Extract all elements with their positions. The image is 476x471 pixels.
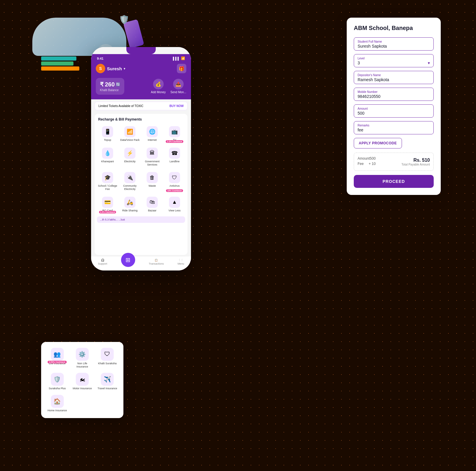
proceed-button[interactable]: PROCEED — [354, 175, 434, 188]
apply-promocode-button[interactable]: APPLY PROMOCODE — [354, 138, 402, 148]
motor-insurance-item[interactable]: 🏍 Motor Insurance — [71, 372, 93, 391]
add-money-button[interactable]: 💰 Add Money — [151, 79, 166, 94]
service-grid-row4: 💳 RC Card 1.3% Cashback 🛵 Ride Sharing 🛍… — [97, 195, 185, 214]
bazaar-icon: 🛍 — [147, 197, 158, 208]
data-voice-icon: 📶 — [124, 126, 135, 137]
non-life-insurance-item[interactable]: ⚙️ Non Life Insurance — [71, 347, 93, 370]
home-insurance-item[interactable]: 🏠 Home Insurance — [46, 394, 68, 413]
recharge-title: Recharge & Bill Payments — [97, 117, 185, 121]
landline-icon: ☎ — [169, 148, 180, 159]
wifi-icon: 📶 — [181, 56, 185, 60]
user-name: Suresh — [107, 66, 122, 71]
nav-menu[interactable]: ⋮⋮ Menu — [177, 259, 184, 267]
khalti-suraksha-label: Khalti Suraksha — [98, 362, 117, 365]
student-name-field[interactable]: Student Full Name Suresh Sapkota — [354, 37, 434, 51]
transactions-label: Transactions — [149, 262, 164, 265]
government-icon: 🏛 — [147, 148, 158, 159]
khalti-suraksha-icon: 🛡 — [101, 348, 114, 361]
illus-shield: 🛡️ — [119, 15, 129, 24]
amount-row: Amount 500 — [358, 156, 376, 161]
scan-pay-button[interactable]: ⊞ — [121, 253, 135, 267]
service-internet[interactable]: 🌐 Internet — [142, 124, 163, 143]
service-khanepani[interactable]: 💧 Khanepani — [97, 146, 118, 168]
tv-cashback-badge: 1-2% Cashback — [166, 140, 183, 143]
service-waste[interactable]: 🗑 Waste — [142, 170, 163, 193]
level-value: 3 — [358, 61, 360, 65]
fee-row-label: Fee — [358, 162, 364, 166]
travel-insurance-item[interactable]: ✈️ Travel Insurance — [96, 372, 119, 391]
user-info[interactable]: S Suresh ▾ — [96, 64, 125, 73]
suraksha-plus-label: Suraksha Plus — [49, 387, 66, 390]
topup-icon: 📱 — [102, 126, 113, 137]
service-grid-row1: 📱 Topup 📶 Data/Voice Pack 🌐 Internet 📺 T… — [97, 124, 185, 143]
service-tv[interactable]: 📺 TV 1-2% Cashback — [164, 124, 185, 143]
status-bar: 9:41 ▌▌▌ 📶 — [91, 54, 191, 61]
bottom-nav: 🎧 Support ⊞ 📋 Transactions ⋮⋮ Menu — [91, 256, 191, 270]
home-insurance-icon: 🏠 — [51, 395, 64, 408]
nav-support[interactable]: 🎧 Support — [98, 259, 107, 267]
service-bazaar[interactable]: 🛍 Bazaar — [142, 195, 163, 214]
travel-insurance-icon: ✈️ — [101, 373, 114, 386]
level-select[interactable]: 3 ▾ — [358, 61, 430, 65]
send-money-button[interactable]: 📤 Send Mon... — [170, 79, 186, 94]
government-label: Government Services — [142, 160, 162, 166]
service-landline[interactable]: ☎ Landline — [164, 146, 185, 168]
level-label: Level — [358, 57, 430, 60]
service-data-voice[interactable]: 📶 Data/Voice Pack — [119, 124, 140, 143]
service-topup[interactable]: 📱 Topup — [97, 124, 118, 143]
gift-icon[interactable]: 🎁 — [177, 64, 186, 73]
avatar: S — [96, 64, 105, 73]
balance-value: 260 — [105, 81, 115, 88]
service-school-fee[interactable]: 🎓 School / College Fee — [97, 170, 118, 193]
data-voice-label: Data/Voice Pack — [120, 138, 140, 142]
non-life-insurance-icon: ⚙️ — [76, 348, 89, 361]
balance-amount: ₹ 260 🔄 — [100, 81, 120, 88]
electricity-icon: ⚡ — [124, 148, 135, 159]
antivirus-icon: 🛡 — [169, 172, 180, 183]
remarks-value: fee — [358, 128, 430, 132]
service-community-electricity[interactable]: 🔌 Community Electricity — [119, 170, 140, 193]
depositor-name-field[interactable]: Depositor's Name Ramesh Sapkota — [354, 71, 434, 84]
amount-row-value: 500 — [370, 156, 376, 161]
nav-transactions[interactable]: 📋 Transactions — [149, 259, 164, 267]
rc-card-icon: 💳 — [102, 197, 113, 208]
khalti-suraksha-item[interactable]: 🛡 Khalti Suraksha — [96, 347, 119, 370]
phone-header: S Suresh ▾ 🎁 — [91, 61, 191, 78]
student-name-label: Student Full Name — [358, 40, 430, 43]
bazaar-label: Bazaar — [148, 209, 157, 212]
buy-now-button[interactable]: BUY NOW — [170, 104, 184, 108]
fee-form-card: ABM School, Banepa Student Full Name Sur… — [347, 18, 441, 195]
balance-label: Khalti Balance — [100, 88, 120, 92]
antivirus-label: Antivirus — [170, 184, 180, 188]
info-text: ...th 5.3 lakhs... ...lust — [100, 218, 125, 221]
depositor-label: Depositor's Name — [358, 74, 430, 77]
rupee-symbol: ₹ — [100, 81, 104, 88]
service-electricity[interactable]: ⚡ Electricity — [119, 146, 140, 168]
form-title: ABM School, Banepa — [354, 25, 434, 31]
rc-cashback-badge: 1.3% Cashback — [99, 211, 116, 213]
fee-row-value: + 10 — [369, 162, 376, 166]
life-insurance-item[interactable]: 👥 Life Insurance 0.50% Cashback — [46, 347, 68, 370]
travel-insurance-label: Travel Insurance — [98, 387, 117, 390]
suraksha-plus-item[interactable]: 🛡️ Suraksha Plus — [46, 372, 68, 391]
service-antivirus[interactable]: 🛡 Antivirus 10% Cashback — [164, 170, 185, 193]
insurance-popup: 👥 Life Insurance 0.50% Cashback ⚙️ Non L… — [41, 342, 123, 418]
life-insurance-cashback: 0.50% Cashback — [48, 361, 67, 363]
service-ride-sharing[interactable]: 🛵 Ride Sharing — [119, 195, 140, 214]
refresh-icon[interactable]: 🔄 — [116, 82, 120, 86]
total-section: Rs. 510 Total Payable Amount — [401, 158, 430, 166]
waste-icon: 🗑 — [147, 172, 158, 183]
service-grid-row2: 💧 Khanepani ⚡ Electricity 🏛 Government S… — [97, 146, 185, 168]
service-government[interactable]: 🏛 Government Services — [142, 146, 163, 168]
amount-label: Amount — [358, 107, 430, 110]
community-electricity-label: Community Electricity — [120, 184, 140, 191]
amount-field[interactable]: Amount 500 — [354, 104, 434, 118]
service-view-less[interactable]: ▲ View Less — [164, 195, 185, 214]
mobile-number-field[interactable]: Mobile Number 9846210550 — [354, 88, 434, 101]
service-rc-card[interactable]: 💳 RC Card 1.3% Cashback — [97, 195, 118, 214]
life-insurance-icon: 👥 — [51, 348, 64, 361]
depositor-value: Ramesh Sapkota — [358, 77, 430, 82]
level-field[interactable]: Level 3 ▾ — [354, 54, 434, 67]
remarks-field[interactable]: Remarks fee — [354, 121, 434, 134]
khanepani-label: Khanepani — [101, 160, 114, 163]
